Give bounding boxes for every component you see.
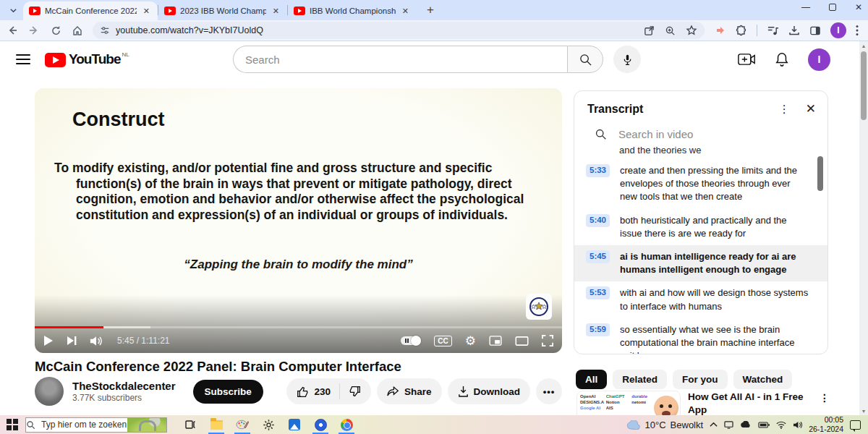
timestamp-badge[interactable]: 5:53 bbox=[586, 286, 610, 299]
notifications-bell-icon[interactable] bbox=[775, 51, 789, 67]
share-button[interactable]: Share bbox=[377, 378, 442, 404]
file-explorer-button[interactable] bbox=[203, 415, 229, 434]
guide-menu-icon[interactable] bbox=[16, 51, 30, 67]
downloads-icon[interactable] bbox=[788, 25, 800, 36]
timestamp-badge[interactable]: 5:45 bbox=[586, 250, 610, 263]
theater-mode-button[interactable] bbox=[515, 336, 529, 346]
tab-search-icon[interactable] bbox=[4, 1, 22, 19]
subscribe-button[interactable]: Subscribe bbox=[193, 380, 263, 404]
volume-icon[interactable] bbox=[793, 421, 802, 429]
transcript-partial-line[interactable]: and the theories we bbox=[574, 145, 827, 155]
camera-app-button[interactable] bbox=[307, 415, 333, 434]
subtitles-cc-button[interactable]: CC bbox=[434, 336, 451, 346]
bookmark-star-icon[interactable] bbox=[686, 25, 697, 36]
site-settings-tune-icon[interactable] bbox=[100, 25, 110, 35]
window-maximize-button[interactable] bbox=[829, 4, 836, 11]
transcript-segment[interactable]: 5:40 both heuristically and practically … bbox=[574, 209, 827, 245]
paint-button[interactable] bbox=[229, 415, 255, 434]
chip-watched[interactable]: Watched bbox=[733, 370, 793, 389]
home-icon[interactable] bbox=[68, 21, 87, 40]
timestamp-badge[interactable]: 5:40 bbox=[586, 214, 610, 227]
onedrive-cloud-icon[interactable] bbox=[740, 421, 752, 428]
transcript-segment-current[interactable]: 5:45 ai is human intelligence ready for … bbox=[574, 245, 827, 281]
page-scrollbar[interactable]: ▲ ▼ bbox=[859, 41, 868, 415]
scroll-down-arrow[interactable]: ▼ bbox=[859, 407, 868, 415]
start-button[interactable] bbox=[7, 419, 18, 430]
taskbar-search-box[interactable]: Typ hier om te zoeken bbox=[25, 417, 167, 433]
transcript-segment[interactable]: 5:59 so essentially what we see is the b… bbox=[574, 318, 827, 354]
tab-close-icon[interactable]: ✕ bbox=[400, 6, 411, 17]
side-panel-icon[interactable] bbox=[809, 25, 821, 36]
channel-watermark-logo[interactable] bbox=[526, 294, 552, 320]
scrollbar-thumb[interactable] bbox=[861, 51, 867, 120]
more-actions-button[interactable]: ••• bbox=[536, 378, 562, 404]
voice-search-button[interactable] bbox=[613, 46, 641, 73]
recommended-title[interactable]: How Get All AI - in 1 Free App bbox=[688, 391, 820, 416]
browser-menu-kebab-icon[interactable] bbox=[856, 25, 859, 36]
timestamp-badge[interactable]: 5:33 bbox=[586, 164, 610, 177]
zoom-icon[interactable] bbox=[665, 25, 676, 36]
settings-gear-icon[interactable]: ⚙ bbox=[465, 335, 476, 347]
refresh-icon[interactable] bbox=[46, 21, 65, 40]
chip-all[interactable]: All bbox=[576, 370, 607, 389]
window-close-button[interactable]: ✕ bbox=[855, 3, 862, 12]
timestamp-badge[interactable]: 5:59 bbox=[586, 323, 610, 336]
search-button[interactable] bbox=[567, 46, 603, 73]
address-bar[interactable]: youtube.com/watch?v=JKYbI7UoldQ bbox=[93, 22, 705, 39]
browser-profile-avatar[interactable]: I bbox=[830, 22, 846, 38]
youtube-logo[interactable]: YouTube NL bbox=[45, 51, 129, 67]
battery-icon[interactable] bbox=[758, 422, 770, 428]
new-tab-button[interactable]: + bbox=[422, 3, 438, 17]
channel-avatar[interactable] bbox=[35, 377, 64, 406]
chrome-button[interactable] bbox=[333, 415, 359, 434]
video-player[interactable]: Construct To modify existing, and/or pot… bbox=[35, 88, 562, 353]
wifi-icon[interactable] bbox=[776, 421, 786, 429]
window-minimize-button[interactable]: — bbox=[801, 3, 810, 12]
transcript-scrollbar[interactable] bbox=[817, 156, 823, 191]
tray-display-icon[interactable] bbox=[724, 420, 733, 429]
transcript-search[interactable]: Search in video bbox=[574, 124, 827, 143]
miniplayer-button[interactable] bbox=[489, 336, 502, 346]
transcript-close-icon[interactable]: ✕ bbox=[806, 101, 816, 116]
taskbar-clock[interactable]: 00:05 26-1-2024 bbox=[809, 415, 843, 434]
settings-button[interactable] bbox=[255, 415, 281, 434]
weather-widget[interactable]: 10°C Bewolkt bbox=[626, 420, 704, 430]
tab-mccain-conference[interactable]: McCain Conference 2022 Panel: ✕ bbox=[23, 1, 158, 20]
download-button[interactable]: Download bbox=[448, 378, 531, 404]
fullscreen-button[interactable] bbox=[542, 335, 553, 346]
tab-close-icon[interactable]: ✕ bbox=[141, 6, 152, 17]
weather-cloud-icon bbox=[626, 420, 641, 430]
chip-for-you[interactable]: For you bbox=[673, 370, 728, 389]
channel-name[interactable]: TheStockdalecenter bbox=[72, 380, 176, 392]
open-in-new-icon[interactable] bbox=[644, 25, 655, 36]
scroll-up-arrow[interactable]: ▲ bbox=[859, 41, 868, 50]
like-button[interactable]: 230 bbox=[286, 386, 339, 398]
back-icon[interactable] bbox=[3, 21, 22, 40]
extensions-puzzle-icon[interactable] bbox=[736, 25, 747, 36]
extension-pink-arrow-icon[interactable] bbox=[715, 25, 726, 36]
chip-related[interactable]: Related bbox=[613, 370, 667, 389]
search-input[interactable] bbox=[233, 46, 567, 73]
create-video-icon[interactable] bbox=[738, 53, 756, 66]
browser-toolbar: youtube.com/watch?v=JKYbI7UoldQ I bbox=[0, 20, 868, 41]
forward-icon[interactable] bbox=[25, 21, 43, 40]
task-view-button[interactable] bbox=[177, 415, 203, 434]
transcript-segment[interactable]: 5:33 create and then pressing the limits… bbox=[574, 159, 827, 209]
youtube-account-avatar[interactable]: I bbox=[808, 48, 830, 71]
autoplay-toggle[interactable] bbox=[401, 336, 421, 345]
photos-button[interactable] bbox=[281, 415, 307, 434]
tray-chevron-icon[interactable] bbox=[710, 422, 718, 427]
url-text[interactable]: youtube.com/watch?v=JKYbI7UoldQ bbox=[116, 25, 644, 35]
search-highlight-image[interactable] bbox=[127, 418, 166, 433]
action-center-icon[interactable] bbox=[850, 420, 861, 430]
dislike-button[interactable] bbox=[340, 386, 371, 398]
next-button[interactable] bbox=[67, 336, 77, 346]
transcript-menu-kebab-icon[interactable]: ⋮ bbox=[779, 103, 790, 116]
volume-icon[interactable] bbox=[90, 336, 103, 346]
tab-ibb-championship[interactable]: IBB World Championship - YouT ✕ bbox=[288, 1, 417, 20]
tab-ibb-2023[interactable]: 2023 IBB World Championship | ✕ bbox=[158, 1, 287, 20]
transcript-segment[interactable]: 5:53 with ai and how will we design thos… bbox=[574, 281, 827, 318]
tab-close-icon[interactable]: ✕ bbox=[271, 6, 281, 17]
play-button[interactable] bbox=[43, 335, 54, 346]
media-controls-icon[interactable] bbox=[767, 25, 779, 36]
